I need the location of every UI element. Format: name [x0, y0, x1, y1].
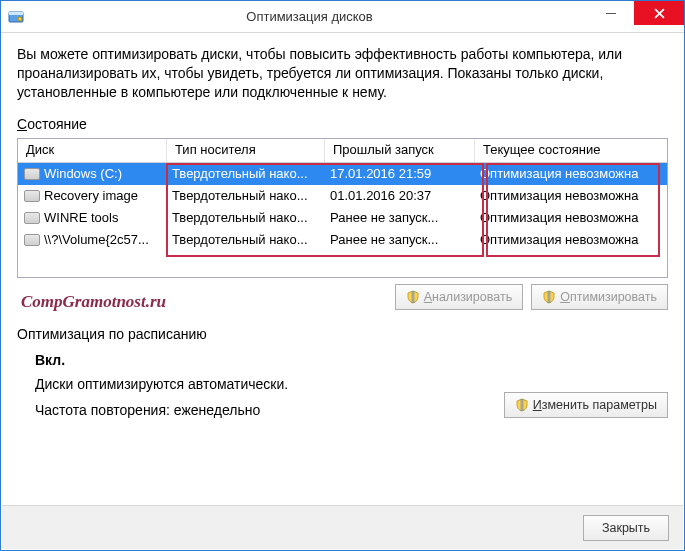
svg-rect-1 [9, 12, 23, 15]
schedule-body: Вкл. Диски оптимизируются автоматически.… [17, 352, 668, 418]
drive-icon [24, 190, 40, 202]
col-media[interactable]: Тип носителя [166, 139, 324, 162]
drive-last: Ранее не запуск... [324, 232, 474, 247]
close-dialog-button[interactable]: Закрыть [583, 515, 669, 541]
close-button[interactable] [634, 1, 684, 25]
col-last[interactable]: Прошлый запуск [324, 139, 474, 162]
table-row[interactable]: WINRE tools Твердотельный нако... Ранее … [18, 207, 667, 229]
drive-icon [24, 234, 40, 246]
schedule-on: Вкл. [35, 352, 668, 368]
drive-icon [24, 168, 40, 180]
schedule-auto: Диски оптимизируются автоматически. [35, 376, 668, 392]
drive-name: Recovery image [44, 188, 138, 203]
minimize-icon [606, 13, 616, 14]
column-headers: Диск Тип носителя Прошлый запуск Текущее… [18, 139, 667, 163]
description-text: Вы можете оптимизировать диски, чтобы по… [17, 45, 668, 102]
drive-last: 01.01.2016 20:37 [324, 188, 474, 203]
window-title: Оптимизация дисков [31, 9, 588, 24]
content-area: Вы можете оптимизировать диски, чтобы по… [1, 33, 684, 442]
drive-state: Оптимизация невозможна [474, 188, 662, 203]
drive-name: \\?\Volume{2c57... [44, 232, 149, 247]
window-buttons [588, 1, 684, 32]
svg-point-2 [18, 17, 22, 21]
drive-media: Твердотельный нако... [166, 166, 324, 181]
schedule-freq: Частота повторения: еженедельно [35, 402, 668, 418]
table-row[interactable]: Recovery image Твердотельный нако... 01.… [18, 185, 667, 207]
drive-state: Оптимизация невозможна [474, 166, 662, 181]
table-row[interactable]: Windows (C:) Твердотельный нако... 17.01… [18, 163, 667, 185]
drives-list[interactable]: Диск Тип носителя Прошлый запуск Текущее… [17, 138, 668, 278]
shield-icon [542, 290, 556, 304]
drive-state: Оптимизация невозможна [474, 210, 662, 225]
drive-name: WINRE tools [44, 210, 118, 225]
schedule-title: Оптимизация по расписанию [17, 326, 668, 342]
minimize-button[interactable] [588, 1, 634, 25]
drive-media: Твердотельный нако... [166, 188, 324, 203]
col-state[interactable]: Текущее состояние [474, 139, 662, 162]
drive-last: Ранее не запуск... [324, 210, 474, 225]
window: Оптимизация дисков Вы можете оптимизиров… [0, 0, 685, 551]
analyze-button[interactable]: Анализировать [395, 284, 524, 310]
drive-state: Оптимизация невозможна [474, 232, 662, 247]
drive-last: 17.01.2016 21:59 [324, 166, 474, 181]
drive-media: Твердотельный нако... [166, 210, 324, 225]
app-icon [7, 8, 25, 26]
dialog-footer: Закрыть [2, 505, 683, 549]
col-disk[interactable]: Диск [18, 139, 166, 162]
drive-media: Твердотельный нако... [166, 232, 324, 247]
titlebar[interactable]: Оптимизация дисков [1, 1, 684, 33]
optimize-button[interactable]: Оптимизировать [531, 284, 668, 310]
status-label: Состояние [17, 116, 668, 132]
drive-name: Windows (C:) [44, 166, 122, 181]
shield-icon [406, 290, 420, 304]
close-icon [654, 8, 665, 19]
table-row[interactable]: \\?\Volume{2c57... Твердотельный нако...… [18, 229, 667, 251]
drive-icon [24, 212, 40, 224]
